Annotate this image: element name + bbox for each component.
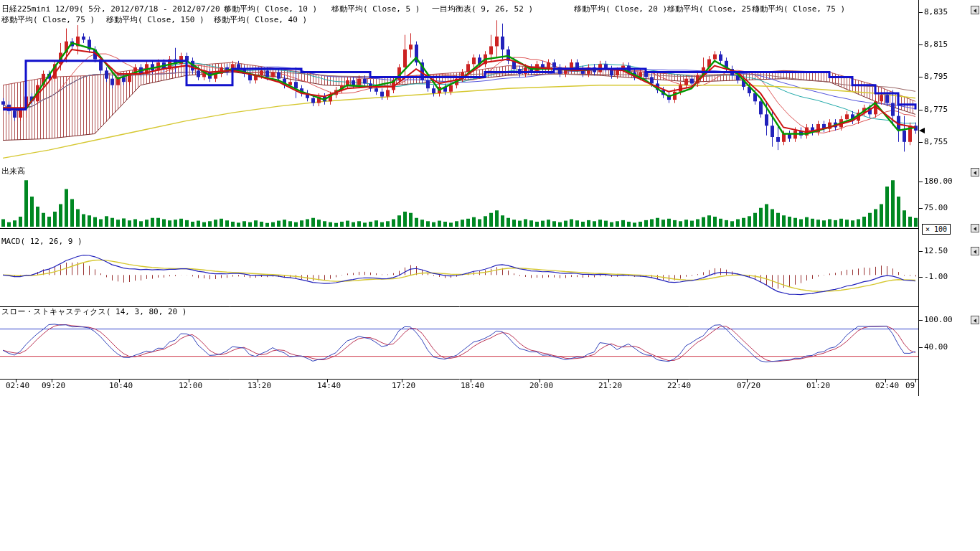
pane-scroll-button-divider[interactable] [971,224,979,232]
chart-application-window: 出来高 MACD( 12, 26, 9 ) スロー・ストキャスティクス( 14,… [0,0,980,551]
pane-scroll-button-macd[interactable] [971,247,979,255]
volume-multiplier-badge: × 100 [922,224,951,235]
price-chart-canvas[interactable] [0,0,980,402]
pane-scroll-button-stoch[interactable] [971,316,979,324]
pane-scroll-button-volume[interactable] [971,168,979,176]
pane-scroll-button-price[interactable] [971,6,979,14]
